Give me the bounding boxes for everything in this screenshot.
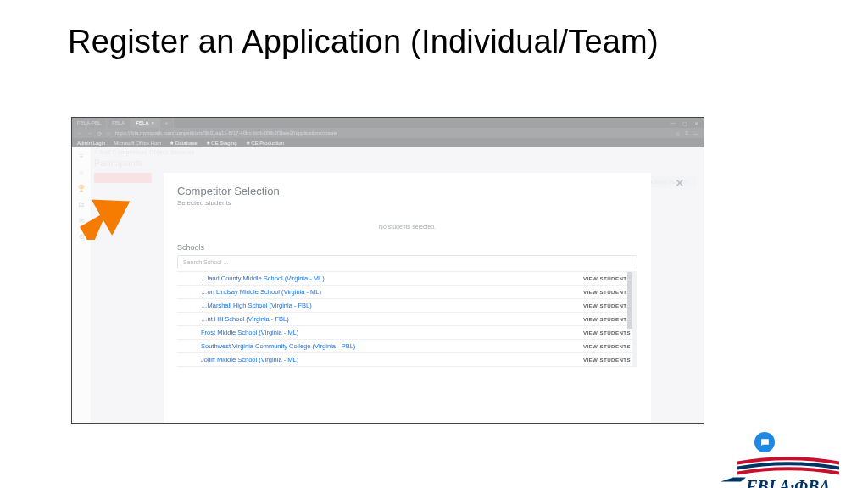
screenshot: FBLA-PBL FBLA FBLA × + — ▢ ✕ ← → ⟳ ⌂ htt… <box>71 117 704 424</box>
close-icon[interactable]: × <box>151 120 154 125</box>
select-types-button[interactable]: SELECT TYPES <box>94 173 152 183</box>
chat-icon <box>760 437 771 448</box>
school-search-input[interactable]: Search School ... <box>177 255 637 269</box>
school-name[interactable]: …land County Middle School (Virginia - M… <box>201 274 325 282</box>
left-nav: ≡ ⌂ 🏆 🗂 ✉ ⚙ <box>72 147 92 423</box>
backdrop-title: Participants <box>94 158 698 168</box>
empty-state: No students selected. <box>177 212 637 238</box>
trophy-icon[interactable]: 🏆 <box>77 185 86 192</box>
close-window-button[interactable]: ✕ <box>694 120 698 126</box>
bookmark[interactable]: ★ CE Production <box>246 140 284 146</box>
view-students-button[interactable]: VIEW STUDENTS <box>583 289 631 295</box>
schools-label: Schools <box>177 243 637 252</box>
school-row: …land County Middle School (Virginia - M… <box>177 272 632 286</box>
chat-widget-button[interactable] <box>754 432 775 452</box>
reload-button[interactable]: ⟳ <box>97 130 102 136</box>
browser-tab[interactable]: FBLA-PBL <box>72 118 107 128</box>
school-list: …land County Middle School (Virginia - M… <box>177 271 637 367</box>
forward-button[interactable]: → <box>87 130 92 136</box>
school-row: Frost Middle School (Virginia - ML) VIEW… <box>177 326 632 340</box>
mail-icon[interactable]: ✉ <box>79 217 85 225</box>
svg-marker-1 <box>721 478 746 482</box>
school-row: …on Lindsay Middle School (Virginia - ML… <box>177 286 632 299</box>
star-icon[interactable]: ☆ <box>676 130 680 136</box>
url-field[interactable]: https://fbla.mvpspark.com/competitions/3… <box>115 130 671 136</box>
bookmark-label: CE Staging <box>211 141 236 146</box>
menu-icon[interactable]: ≡ <box>80 152 84 160</box>
school-name[interactable]: Frost Middle School (Virginia - ML) <box>201 329 298 336</box>
maximize-button[interactable]: ▢ <box>682 120 687 126</box>
tab-label: FBLA <box>136 120 148 125</box>
breadcrumb: < Add Competitors Object Services <box>94 149 698 155</box>
bookmark[interactable]: Admin Login <box>77 141 105 146</box>
new-tab-button[interactable]: + <box>160 118 175 128</box>
app-canvas: ≡ ⌂ 🏆 🗂 ✉ ⚙ < Add Competitors Object Ser… <box>72 147 704 423</box>
slide: Register an Application (Individual/Team… <box>0 24 868 488</box>
modal-title: Competitor Selection <box>177 185 637 197</box>
view-students-button[interactable]: VIEW STUDENTS <box>583 330 631 336</box>
bookmark[interactable]: ★ Database <box>170 140 197 146</box>
competitor-selection-modal: ✕ Competitor Selection Selected students… <box>164 173 651 423</box>
bookmark-label: CE Production <box>251 141 284 146</box>
home-icon[interactable]: ⌂ <box>80 169 84 176</box>
browser-tab-active[interactable]: FBLA × <box>131 118 160 128</box>
school-row: …Marshall High School (Virginia - FBL) V… <box>177 299 632 313</box>
browser-tabbar: FBLA-PBL FBLA FBLA × + — ▢ ✕ <box>72 118 704 128</box>
fbla-pbl-logo: FBLA·ΦBΛ R <box>721 451 848 488</box>
logo-text: FBLA·ΦBΛ <box>745 477 831 488</box>
bookmark-label: Database <box>175 141 198 146</box>
tab-label: FBLA <box>112 120 125 125</box>
modal-close-button[interactable]: ✕ <box>673 176 687 190</box>
records-icon[interactable]: 🗂 <box>78 201 85 208</box>
school-name[interactable]: …Marshall High School (Virginia - FBL) <box>201 302 312 309</box>
view-students-button[interactable]: VIEW STUDENTS <box>583 302 631 308</box>
menu-icon[interactable]: ⋯ <box>693 130 698 136</box>
back-button[interactable]: ← <box>77 130 82 136</box>
view-students-button[interactable]: VIEW STUDENTS <box>583 343 631 349</box>
view-students-button[interactable]: VIEW STUDENTS <box>583 316 631 322</box>
settings-icon[interactable]: ⚙ <box>79 233 85 241</box>
modal-subtitle: Selected students <box>177 199 637 207</box>
minimize-button[interactable]: — <box>670 120 676 125</box>
school-row: …nt Hill School (Virginia - FBL) VIEW ST… <box>177 313 632 326</box>
school-name[interactable]: Southwest Virginia Community College (Vi… <box>201 342 355 350</box>
school-name[interactable]: …nt Hill School (Virginia - FBL) <box>201 315 289 323</box>
view-students-button[interactable]: VIEW STUDENTS <box>583 275 631 281</box>
tab-label: FBLA-PBL <box>77 120 101 125</box>
school-row: Jolliff Middle School (Virginia - ML) VI… <box>177 353 632 367</box>
favorites-icon[interactable]: ≡ <box>685 130 688 136</box>
bookmark[interactable]: ★ CE Staging <box>206 140 237 146</box>
school-name[interactable]: Jolliff Middle School (Virginia - ML) <box>201 356 298 363</box>
school-row: Southwest Virginia Community College (Vi… <box>177 340 632 353</box>
view-students-button[interactable]: VIEW STUDENTS <box>583 357 631 363</box>
browser-address-bar: ← → ⟳ ⌂ https://fbla.mvpspark.com/compet… <box>72 128 704 138</box>
slide-title: Register an Application (Individual/Team… <box>68 24 868 60</box>
browser-bookmarks-bar: Admin Login Microsoft Office Hom ★ Datab… <box>72 138 704 147</box>
home-button[interactable]: ⌂ <box>107 130 110 136</box>
school-name[interactable]: …on Lindsay Middle School (Virginia - ML… <box>201 288 321 296</box>
bookmark[interactable]: Microsoft Office Hom <box>114 141 161 146</box>
browser-tab[interactable]: FBLA <box>107 118 131 128</box>
